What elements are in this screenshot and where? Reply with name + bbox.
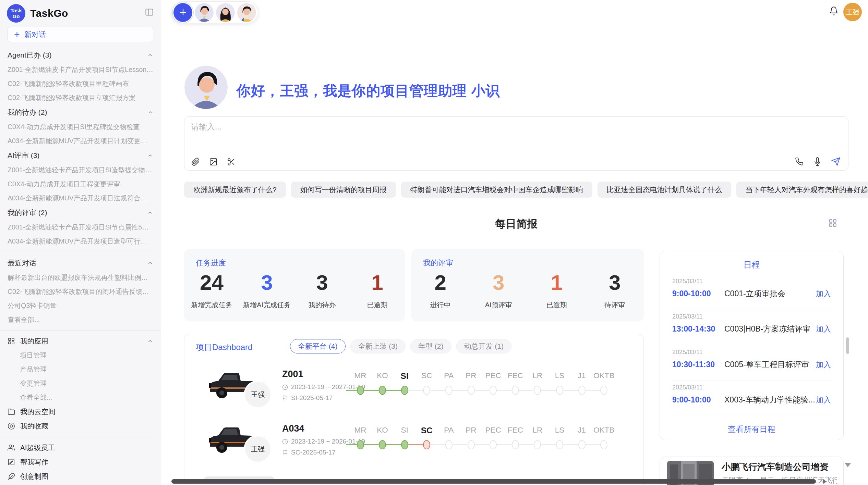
list-item[interactable]: A034-全新新能源MUV产品开发项目法规符合性评审 [0,191,161,205]
milestone-dot[interactable] [600,440,607,449]
list-item[interactable]: A034-全新新能源MUV产品开发项目造型可行性评审 [0,234,161,248]
sidebar-item-product-mgmt[interactable]: 产品管理 [0,362,161,376]
favorites-icon [8,422,15,430]
scroll-down-arrow-icon[interactable] [845,463,851,467]
chevron-up-icon[interactable] [147,152,153,159]
milestone-dot[interactable] [423,440,430,449]
list-item[interactable]: 解释最新出台的欧盟报废车法规再生塑料比例被调至15%... [0,271,161,285]
milestone-label: PR [459,371,483,382]
view-all-schedule-link[interactable]: 查看所有日程 [660,424,843,435]
milestone-dot[interactable] [512,386,519,395]
milestone-dot[interactable] [556,386,563,395]
milestone-dot[interactable] [379,386,386,395]
section-title: 最近对话 [8,258,36,268]
join-link[interactable]: 加入 [816,324,831,334]
milestone-dot[interactable] [423,386,430,395]
milestone-dot[interactable] [445,386,453,395]
list-item[interactable]: A034-全新新能源MUV产品开发项目计划变更表编写 [0,134,161,148]
suggestion-chip[interactable]: 欧洲新规最近颁布了什么? [184,182,286,198]
new-chat-button[interactable]: 新对话 [8,27,153,42]
briefing-layout-icon[interactable] [828,219,837,227]
collapse-sidebar-icon[interactable] [145,8,154,17]
milestone-dot[interactable] [512,440,519,449]
list-item[interactable]: 公司Q3轻卡销量 [0,299,161,313]
suggestion-chip[interactable]: 比亚迪全固态电池计划具体说了什么 [598,182,731,198]
project-code[interactable]: Z001 [282,369,303,380]
milestone-dot[interactable] [468,386,475,395]
vertical-scrollbar-thumb[interactable] [846,337,849,354]
tab-new-platform[interactable]: 全新平台 (4) [290,339,346,353]
view-all-apps-link[interactable]: 查看全部... [0,390,161,405]
horizontal-scrollbar-thumb[interactable] [171,479,816,484]
tab-powertrain[interactable]: 动总开发 (1) [456,339,512,353]
milestone-dot[interactable] [556,440,563,449]
section-recent-chats[interactable]: 最近对话 [0,256,161,271]
list-item[interactable]: C02-飞腾新能源轻客改款项目的闭环通告反馈情况 [0,285,161,299]
scroll-right-arrow-icon[interactable] [823,479,827,484]
chevron-up-icon[interactable] [147,109,153,115]
milestone-dot[interactable] [534,440,541,449]
avatar[interactable] [237,3,256,22]
sidebar-item-help-me-write[interactable]: 帮我写作 [0,455,161,469]
milestone-dot[interactable] [379,440,386,449]
tab-new-body[interactable]: 全新上装 (3) [350,339,406,353]
phone-icon[interactable] [795,157,804,166]
view-all-chats-link[interactable]: 查看全部... [0,313,161,327]
section-my-todo[interactable]: 我的待办 (2) [0,105,161,120]
paperclip-icon[interactable] [191,158,200,166]
list-item[interactable]: Z001-全新燃油皮卡产品开发项目SI节点Lesson Learn报告 [0,63,161,77]
milestone-dot[interactable] [401,440,408,449]
suggestion-chip[interactable]: 特朗普可能对进口汽车增税会对中国车企造成哪些影响 [401,182,592,198]
user-avatar[interactable]: 王强 [843,3,862,21]
avatar[interactable] [195,3,214,22]
scissors-icon[interactable] [227,158,236,166]
notification-bell-icon[interactable] [829,6,839,16]
image-icon[interactable] [209,158,218,166]
stat-value: 1 [350,270,405,295]
milestone-dot[interactable] [600,386,607,395]
project-code[interactable]: A034 [282,423,304,434]
send-icon[interactable] [831,157,841,166]
chevron-up-icon[interactable] [147,210,153,216]
tab-model-year[interactable]: 年型 (2) [410,339,451,353]
logo-text-top: Task [10,8,22,13]
chevron-up-icon[interactable] [147,52,153,58]
sidebar-item-ai-super-staff[interactable]: AI超级员工 [0,440,161,455]
list-item[interactable]: Z001-全新燃油轻卡产品开发项目SI造型提交物评审 [0,163,161,177]
milestone-dot[interactable] [357,386,364,395]
section-agent-done[interactable]: Agent已办 (3) [0,48,161,63]
chevron-up-icon[interactable] [147,338,153,344]
avatar[interactable] [216,3,235,22]
microphone-icon[interactable] [813,157,822,166]
sidebar-item-project-mgmt[interactable]: 项目管理 [0,348,161,362]
milestone-dot[interactable] [534,386,541,395]
milestone-dot[interactable] [490,386,497,395]
sidebar-item-favorites[interactable]: 我的收藏 [0,419,161,433]
join-link[interactable]: 加入 [816,395,831,405]
join-link[interactable]: 加入 [816,289,831,299]
list-item[interactable]: Z001-全新燃油轻卡产品开发项目SI节点属性5D文件评审 [0,220,161,234]
list-item[interactable]: C0X4-动力总成开发项目工程变更评审 [0,177,161,191]
chat-input[interactable] [191,122,774,149]
milestone-dot[interactable] [401,386,408,395]
list-item[interactable]: C02-飞腾新能源轻客改款项目立项汇报方案 [0,91,161,105]
milestone-dot[interactable] [445,440,453,449]
suggestion-chip[interactable]: 当下年轻人对汽车外观有怎样的喜好趋势 [736,182,868,198]
section-ai-review[interactable]: AI评审 (3) [0,148,161,163]
milestone-dot[interactable] [357,440,364,449]
suggestion-chip[interactable]: 如何写一份清晰的项目周报 [291,182,396,198]
sidebar-item-change-mgmt[interactable]: 变更管理 [0,376,161,390]
milestone-dot[interactable] [468,440,475,449]
milestone-dot[interactable] [578,386,586,395]
sidebar-item-cloud-space[interactable]: 我的云空间 [0,405,161,419]
milestone-dot[interactable] [578,440,586,449]
chevron-up-icon[interactable] [147,260,153,266]
section-my-review[interactable]: 我的评审 (2) [0,205,161,220]
sidebar-item-creative-drawing[interactable]: 创意制图 [0,469,161,484]
list-item[interactable]: C02-飞腾新能源轻客改款项目里程碑画布 [0,77,161,91]
milestone-dot[interactable] [490,440,497,449]
join-link[interactable]: 加入 [816,360,831,370]
list-item[interactable]: C0X4-动力总成开发项目SI里程碑提交物检查 [0,120,161,134]
sidebar-item-my-apps[interactable]: 我的应用 [0,334,161,348]
add-agent-button[interactable] [173,3,192,22]
